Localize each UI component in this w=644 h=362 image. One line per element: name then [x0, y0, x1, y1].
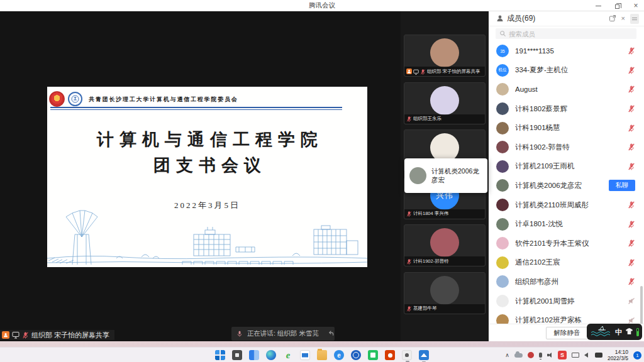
- search-input[interactable]: [509, 30, 633, 38]
- video-tile[interactable]: 基建部牛琴: [404, 272, 486, 314]
- notification-badge[interactable]: 1: [633, 351, 641, 359]
- ime-toolbar[interactable]: 中: [587, 324, 642, 340]
- screen-share-status: 组织部 宋子怡的屏幕共享: [0, 330, 114, 340]
- ie-icon[interactable]: e: [283, 350, 293, 360]
- mic-tray-icon[interactable]: [539, 353, 542, 358]
- mic-muted-icon[interactable]: [628, 47, 635, 55]
- member-name: 计卓1801-沈悦: [515, 219, 628, 229]
- ime-language-indicator[interactable]: 中: [615, 327, 622, 337]
- taskbar-date: 2022/3/5: [608, 355, 628, 361]
- member-row[interactable]: 机位 334-夏梦-主机位: [489, 61, 644, 80]
- speaking-mic-icon: [236, 328, 243, 339]
- member-search-box[interactable]: [496, 28, 636, 39]
- members-scrollbar[interactable]: [640, 286, 643, 325]
- taskview-icon[interactable]: [249, 350, 259, 360]
- minimize-button[interactable]: [594, 1, 602, 10]
- member-row[interactable]: 计科1901杨慧: [489, 118, 644, 138]
- tile-label: 组织部 宋子怡的屏幕共享: [404, 67, 485, 76]
- mail-icon[interactable]: [300, 350, 310, 360]
- member-row[interactable]: 计算机2109王雨机: [489, 157, 644, 177]
- member-avatar: [496, 141, 509, 153]
- private-chat-button[interactable]: 私聊: [609, 180, 635, 191]
- members-icon: [496, 13, 504, 25]
- tile-label: 基建部牛琴: [404, 304, 485, 314]
- desktop-wallpaper-strip: [0, 341, 644, 347]
- mic-muted-icon: [406, 208, 412, 219]
- volume-tray-icon[interactable]: [584, 353, 590, 358]
- slide-title-line2: 团支书会议: [53, 153, 367, 178]
- member-row[interactable]: 35 191****1135: [489, 41, 644, 61]
- meeting-icon[interactable]: [402, 350, 412, 360]
- cloud-tray-icon[interactable]: [514, 353, 523, 358]
- phone-audio-muted-icon[interactable]: [628, 297, 635, 305]
- member-row[interactable]: 通信2102王宸: [489, 253, 644, 273]
- member-avatar: [496, 160, 509, 173]
- clock-icon[interactable]: [351, 350, 361, 360]
- shared-slide: 共青团长沙理工大学计算机与通信工程学院委员会 计算机与通信工程学院 团支书会议 …: [47, 87, 367, 267]
- mic-muted-icon[interactable]: [628, 221, 635, 228]
- mic-muted-icon[interactable]: [628, 124, 635, 132]
- member-row[interactable]: 计卓1801-沈悦: [489, 214, 644, 234]
- close-panel-icon[interactable]: ×: [621, 15, 625, 22]
- member-avatar: [496, 179, 509, 192]
- mic-muted-icon[interactable]: [628, 239, 635, 247]
- qqbrowser-icon[interactable]: e: [334, 350, 344, 360]
- camera-tray-icon[interactable]: [595, 353, 602, 358]
- speaker-tray-icon[interactable]: [547, 353, 553, 358]
- sogou-tray-icon[interactable]: S: [558, 351, 567, 359]
- member-row[interactable]: August: [489, 80, 644, 99]
- presenter-icon: [2, 331, 9, 339]
- mic-muted-icon[interactable]: [628, 67, 635, 74]
- member-avatar: [496, 83, 509, 96]
- phone-audio-muted-icon[interactable]: [628, 317, 635, 324]
- close-button[interactable]: ×: [631, 1, 640, 10]
- search-icon[interactable]: [232, 350, 242, 360]
- unmute-button[interactable]: 解除静音: [546, 327, 588, 339]
- video-tile[interactable]: 计科1902-郭普特: [404, 224, 486, 266]
- reddot-tray-icon[interactable]: [528, 352, 534, 358]
- popout-panel-icon[interactable]: [609, 13, 616, 25]
- reply-arrow-icon[interactable]: [328, 328, 335, 339]
- edge-icon[interactable]: [266, 350, 276, 360]
- member-row[interactable]: 计算机类2110班周威彤: [489, 195, 644, 215]
- member-row[interactable]: 计科1902-郭普特: [489, 138, 644, 157]
- mic-muted-icon[interactable]: [628, 259, 635, 266]
- chevron-tray-icon[interactable]: ∧: [505, 352, 509, 358]
- member-avatar: [496, 237, 509, 250]
- start-icon[interactable]: [215, 350, 225, 360]
- mic-muted-icon[interactable]: [628, 201, 635, 209]
- panel-menu-icon[interactable]: [630, 14, 639, 24]
- video-tile[interactable]: 组织部王永乐: [404, 82, 486, 124]
- taskbar-time: 14:10: [608, 349, 628, 355]
- cast-tray-icon[interactable]: [572, 353, 579, 358]
- taskbar: ee ∧S 14:10 2022/3/5 1: [0, 347, 644, 362]
- photos-icon[interactable]: [419, 350, 429, 360]
- member-row[interactable]: 软件2101专升本王紫仪: [489, 234, 644, 253]
- member-row[interactable]: 计算机2001周雪婷: [489, 292, 644, 311]
- main-stage[interactable]: 共青团长沙理工大学计算机与通信工程学院委员会 计算机与通信工程学院 团支书会议 …: [0, 11, 401, 341]
- mic-muted-icon[interactable]: [628, 278, 635, 285]
- explorer-icon[interactable]: [317, 350, 327, 360]
- member-row[interactable]: 计科1802蔡景辉: [489, 99, 644, 119]
- mic-muted-icon[interactable]: [628, 143, 635, 151]
- restore-button[interactable]: [613, 1, 621, 10]
- meeting-window: 共青团长沙理工大学计算机与通信工程学院委员会 计算机与通信工程学院 团支书会议 …: [0, 11, 644, 341]
- wechat-icon[interactable]: [368, 350, 378, 360]
- mic-muted-icon[interactable]: [628, 85, 635, 93]
- tile-name: 计科1804 李兴伟: [413, 211, 448, 217]
- member-name: 组织部韦彦州: [515, 277, 628, 287]
- taskbar-clock[interactable]: 14:10 2022/3/5: [608, 349, 628, 361]
- member-avatar: [496, 199, 509, 211]
- title-bar[interactable]: 腾讯会议 ×: [0, 0, 644, 11]
- ime-skin-icon[interactable]: [625, 326, 633, 337]
- member-name: 计科1802蔡景辉: [515, 104, 628, 114]
- member-row[interactable]: 计算机类2006龙彦宏 私聊: [489, 176, 644, 195]
- mic-muted-icon[interactable]: [628, 163, 635, 170]
- member-name: 计算机2001周雪婷: [515, 297, 628, 306]
- member-name: August: [515, 85, 628, 93]
- member-name: 计算机类2110班周威彤: [515, 200, 628, 210]
- office-icon[interactable]: [385, 350, 395, 360]
- member-row[interactable]: 组织部韦彦州: [489, 272, 644, 292]
- mic-muted-icon[interactable]: [628, 105, 635, 112]
- video-tile[interactable]: 组织部 宋子怡的屏幕共享: [404, 35, 486, 77]
